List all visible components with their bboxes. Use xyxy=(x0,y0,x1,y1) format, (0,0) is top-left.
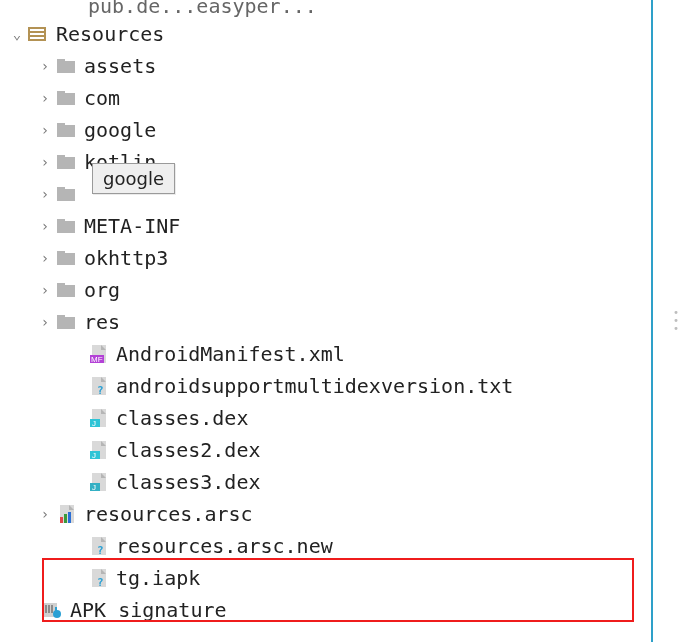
svg-text:?: ? xyxy=(97,544,104,555)
chevron-right-icon[interactable]: › xyxy=(38,90,52,106)
folder-icon xyxy=(56,121,78,139)
tree-item-label: okhttp3 xyxy=(84,246,168,270)
svg-text:MF: MF xyxy=(91,355,103,363)
arsc-file-icon xyxy=(56,505,78,523)
signature-key-icon xyxy=(42,601,64,619)
tree-item-label: APK signature xyxy=(70,598,227,622)
svg-rect-9 xyxy=(57,123,65,127)
tree-item-label: res xyxy=(84,310,120,334)
svg-rect-54 xyxy=(48,605,50,613)
tooltip-text: google xyxy=(103,168,164,189)
tree-item-resources-arsc[interactable]: › resources.arsc xyxy=(0,498,513,530)
folder-icon xyxy=(56,313,78,331)
tree-item-hidden-behind-tooltip[interactable]: › xyxy=(0,178,513,210)
tree-item-label: google xyxy=(84,118,156,142)
tree-item-res[interactable]: › res xyxy=(0,306,513,338)
dex-file-icon: J xyxy=(88,409,110,427)
tree-item-label: classes2.dex xyxy=(116,438,261,462)
chevron-right-icon[interactable]: › xyxy=(38,218,52,234)
tree-item-assets[interactable]: › assets xyxy=(0,50,513,82)
tree-item-label: AndroidManifest.xml xyxy=(116,342,345,366)
tree-file-classes-dex[interactable]: J classes.dex xyxy=(0,402,513,434)
chevron-right-icon[interactable]: › xyxy=(38,186,52,202)
folder-icon xyxy=(56,153,78,171)
svg-rect-2 xyxy=(30,33,44,35)
folder-icon xyxy=(56,185,78,203)
svg-text:?: ? xyxy=(97,576,104,587)
dex-file-icon: J xyxy=(88,473,110,491)
tree-file-tg-iapk[interactable]: ? tg.iapk xyxy=(0,562,513,594)
svg-rect-19 xyxy=(57,283,65,287)
tree-item-okhttp3[interactable]: › okhttp3 xyxy=(0,242,513,274)
svg-rect-53 xyxy=(45,605,47,613)
folder-icon xyxy=(56,57,78,75)
tree-item-label: assets xyxy=(84,54,156,78)
tree-item-label: org xyxy=(84,278,120,302)
chevron-right-icon[interactable]: › xyxy=(38,154,52,170)
dex-file-icon: J xyxy=(88,441,110,459)
tree-file-multidex-version[interactable]: ? androidsupportmultidexversion.txt xyxy=(0,370,513,402)
svg-text:?: ? xyxy=(97,384,104,395)
svg-rect-45 xyxy=(68,512,71,523)
tree-item-label: classes3.dex xyxy=(116,470,261,494)
editor-split-border[interactable] xyxy=(651,0,653,642)
tree-item-org[interactable]: › org xyxy=(0,274,513,306)
project-tree[interactable]: pub.de...easyper... ⌄ Resources › assets… xyxy=(0,0,513,626)
svg-rect-1 xyxy=(30,29,44,31)
svg-rect-17 xyxy=(57,251,65,255)
tree-file-classes2-dex[interactable]: J classes2.dex xyxy=(0,434,513,466)
svg-rect-57 xyxy=(55,607,57,612)
svg-text:J: J xyxy=(92,483,96,491)
unknown-file-icon: ? xyxy=(88,537,110,555)
tree-item-apk-signature[interactable]: APK signature xyxy=(0,594,513,626)
gutter-overflow-indicator: ••• xyxy=(673,310,679,334)
folder-icon xyxy=(56,217,78,235)
tree-file-classes3-dex[interactable]: J classes3.dex xyxy=(0,466,513,498)
svg-rect-13 xyxy=(57,187,65,191)
chevron-down-icon[interactable]: ⌄ xyxy=(10,26,24,42)
unknown-file-icon: ? xyxy=(88,377,110,395)
hover-tooltip: google xyxy=(92,163,175,194)
tree-file-resources-arsc-new[interactable]: ? resources.arsc.new xyxy=(0,530,513,562)
tree-item-label: Resources xyxy=(56,22,164,46)
svg-rect-11 xyxy=(57,155,65,159)
tree-item-label: com xyxy=(84,86,120,110)
svg-text:J: J xyxy=(92,419,96,427)
svg-text:J: J xyxy=(92,451,96,459)
svg-rect-7 xyxy=(57,91,65,95)
svg-rect-55 xyxy=(51,605,53,613)
svg-rect-43 xyxy=(60,517,63,523)
svg-rect-5 xyxy=(57,59,65,63)
chevron-right-icon[interactable]: › xyxy=(38,122,52,138)
chevron-right-icon[interactable]: › xyxy=(38,250,52,266)
svg-rect-44 xyxy=(64,514,67,523)
folder-icon xyxy=(56,249,78,267)
tree-item-com[interactable]: › com xyxy=(0,82,513,114)
tree-item-label: pub.de...easyper... xyxy=(88,0,317,18)
tree-item-label: androidsupportmultidexversion.txt xyxy=(116,374,513,398)
folder-list-icon xyxy=(28,25,50,43)
folder-icon xyxy=(56,89,78,107)
tree-item-label: META-INF xyxy=(84,214,180,238)
chevron-right-icon[interactable]: › xyxy=(38,314,52,330)
chevron-right-icon[interactable]: › xyxy=(38,58,52,74)
tree-item-label: tg.iapk xyxy=(116,566,200,590)
tree-item-label: classes.dex xyxy=(116,406,248,430)
manifest-file-icon: MF xyxy=(88,345,110,363)
chevron-right-icon[interactable]: › xyxy=(38,282,52,298)
tree-item-resources[interactable]: ⌄ Resources xyxy=(0,18,513,50)
tree-file-android-manifest[interactable]: MF AndroidManifest.xml xyxy=(0,338,513,370)
tree-item-kotlin[interactable]: › kotlin xyxy=(0,146,513,178)
svg-rect-21 xyxy=(57,315,65,319)
svg-rect-3 xyxy=(30,37,44,39)
tree-item-meta-inf[interactable]: › META-INF xyxy=(0,210,513,242)
tree-item-truncated[interactable]: pub.de...easyper... xyxy=(0,0,513,18)
tree-item-label: resources.arsc.new xyxy=(116,534,333,558)
tree-item-label: resources.arsc xyxy=(84,502,253,526)
tree-item-google[interactable]: › google xyxy=(0,114,513,146)
svg-rect-15 xyxy=(57,219,65,223)
unknown-file-icon: ? xyxy=(88,569,110,587)
chevron-right-icon[interactable]: › xyxy=(38,506,52,522)
folder-icon xyxy=(56,281,78,299)
